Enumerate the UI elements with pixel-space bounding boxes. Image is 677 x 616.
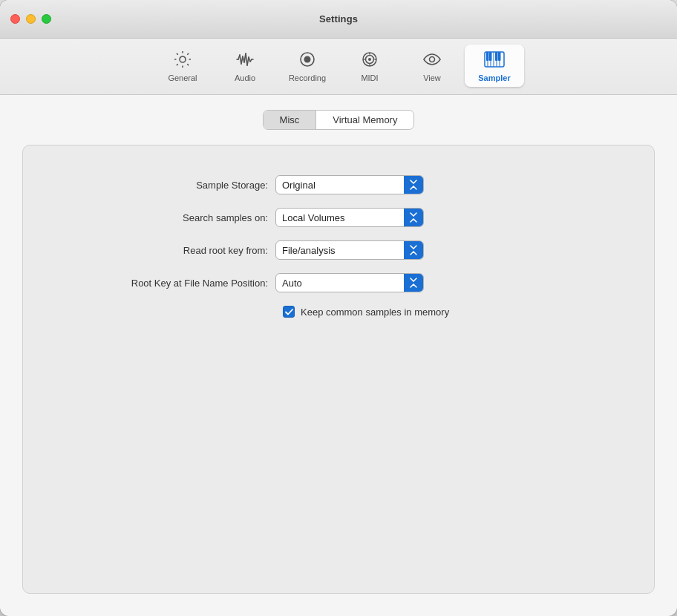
tab-sampler-label: Sampler [478,73,510,82]
root-key-position-label: Root Key at File Name Position: [68,278,275,289]
sample-storage-row: Sample Storage: Original [68,175,609,194]
settings-panel: Sample Storage: Original Search samples … [22,145,655,594]
toolbar: General Audio [0,39,677,95]
keep-samples-label: Keep common samples in memory [301,307,449,318]
read-root-key-dropdown[interactable]: File/analysis [275,240,424,260]
read-root-key-label: Read root key from: [68,245,275,256]
tab-general[interactable]: General [153,45,212,87]
gear-icon [172,49,193,70]
title-bar: Settings [0,0,677,39]
root-key-position-row: Root Key at File Name Position: Auto [68,273,609,292]
tab-sampler[interactable]: Sampler [465,45,524,87]
svg-line-8 [247,57,249,65]
settings-window: Settings General [0,0,677,616]
sub-tab-misc[interactable]: Misc [264,111,317,129]
search-samples-row: Search samples on: Local Volumes [68,208,609,227]
root-key-position-control: Auto [275,273,424,292]
svg-point-13 [304,56,311,63]
sub-tab-virtual-memory[interactable]: Virtual Memory [316,111,413,129]
tab-audio-label: Audio [235,73,255,82]
tab-view[interactable]: View [402,45,462,87]
svg-rect-30 [495,52,498,61]
root-key-position-dropdown[interactable]: Auto [275,273,424,292]
search-samples-control: Local Volumes [275,208,424,227]
maximize-button[interactable] [42,14,51,24]
read-root-key-arrow [404,241,423,259]
sub-tabs: Misc Virtual Memory [263,110,415,130]
svg-rect-28 [486,52,489,61]
sample-storage-arrow [404,176,423,194]
sample-storage-label: Sample Storage: [68,180,275,191]
tab-view-label: View [423,73,441,82]
read-root-key-control: File/analysis [275,240,424,260]
traffic-lights [10,14,51,24]
content-area: Misc Virtual Memory Sample Storage: Orig… [0,95,677,616]
midi-icon [359,49,380,70]
record-icon [297,49,318,70]
read-root-key-value: File/analysis [282,245,404,256]
window-title: Settings [319,13,358,24]
minimize-button[interactable] [26,14,36,24]
tab-general-label: General [168,73,197,82]
search-samples-value: Local Volumes [282,212,404,223]
search-samples-dropdown[interactable]: Local Volumes [275,208,424,227]
tab-audio[interactable]: Audio [215,45,275,87]
tab-midi[interactable]: MIDI [340,45,399,87]
eye-icon [422,49,442,70]
root-key-position-value: Auto [282,278,404,289]
close-button[interactable] [10,14,20,24]
svg-point-0 [180,56,186,62]
sample-storage-value: Original [282,180,404,191]
waveform-icon [235,49,255,70]
read-root-key-row: Read root key from: File/analysis [68,240,609,260]
svg-point-16 [368,58,371,61]
svg-rect-29 [489,52,492,61]
keep-samples-checkbox[interactable] [283,306,295,318]
tab-recording-label: Recording [289,73,326,82]
sample-storage-control: Original [275,175,424,194]
keep-samples-row: Keep common samples in memory [283,306,609,318]
tab-midi-label: MIDI [361,73,378,82]
tab-recording[interactable]: Recording [278,45,337,87]
sampler-icon [484,49,505,70]
search-samples-label: Search samples on: [68,212,275,223]
root-key-position-arrow [404,274,423,292]
svg-point-21 [430,57,435,62]
svg-rect-31 [498,52,501,61]
sample-storage-dropdown[interactable]: Original [275,175,424,194]
search-samples-arrow [404,209,423,226]
